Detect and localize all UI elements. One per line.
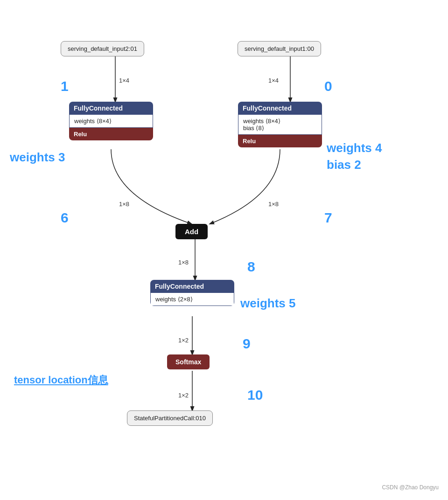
arrow-label-1x2-out: 1×2 xyxy=(178,392,189,399)
fc-left-weights: weights ⟨8×4⟩ xyxy=(74,118,148,125)
input-node-right: serving_default_input1:00 xyxy=(238,41,321,56)
annotation-bias2: bias 2 xyxy=(327,158,361,172)
arrow-label-1x4-left: 1×4 xyxy=(119,77,129,84)
softmax-label: Softmax xyxy=(175,358,201,366)
input-node-left-label: serving_default_input2:01 xyxy=(68,45,137,52)
fc-right-bias: bias ⟨8⟩ xyxy=(243,125,317,132)
fc-right-weights-val: ⟨8×4⟩ xyxy=(266,118,280,125)
annotation-num10: 10 xyxy=(247,387,263,403)
fc-bottom-header: FullyConnected xyxy=(150,280,234,293)
fc-node-left: FullyConnected weights ⟨8×4⟩ Relu xyxy=(69,102,153,140)
arrow-label-1x2-softmax: 1×2 xyxy=(178,337,189,344)
arrow-label-1x8-left: 1×8 xyxy=(119,201,129,208)
annotation-weights4: weights 4 xyxy=(327,141,382,155)
fc-left-weights-label: weights xyxy=(74,118,95,125)
input-node-left: serving_default_input2:01 xyxy=(61,41,144,56)
fc-right-body: weights ⟨8×4⟩ bias ⟨8⟩ xyxy=(238,115,322,135)
annotation-tensor-location: tensor location信息 xyxy=(14,373,108,387)
fc-right-bias-label: bias xyxy=(243,125,254,132)
fc-node-right: FullyConnected weights ⟨8×4⟩ bias ⟨8⟩ Re… xyxy=(238,102,322,147)
fc-bottom-weights: weights ⟨2×8⟩ xyxy=(155,296,229,303)
annotation-num0: 0 xyxy=(324,78,332,94)
arrows-svg xyxy=(0,0,448,500)
fc-bottom-weights-val: ⟨2×8⟩ xyxy=(178,296,193,303)
fc-left-footer: Relu xyxy=(69,128,153,140)
fc-right-weights-label: weights xyxy=(243,118,264,125)
fc-node-bottom: FullyConnected weights ⟨2×8⟩ xyxy=(150,280,234,306)
watermark: CSDN @Zhao Dongyu xyxy=(382,484,439,491)
fc-left-weights-val: ⟨8×4⟩ xyxy=(97,118,112,125)
arrow-label-1x8-right: 1×8 xyxy=(268,201,279,208)
annotation-num9: 9 xyxy=(243,336,251,352)
fc-right-footer: Relu xyxy=(238,135,322,147)
annotation-num7: 7 xyxy=(324,210,332,226)
add-node: Add xyxy=(175,224,208,239)
output-label: StatefulPartitionedCall:010 xyxy=(134,415,206,422)
annotation-weights3: weights 3 xyxy=(10,150,65,165)
fc-right-bias-val: ⟨8⟩ xyxy=(256,125,264,132)
arrow-label-1x8-bottom: 1×8 xyxy=(178,259,189,266)
fc-right-weights: weights ⟨8×4⟩ xyxy=(243,118,317,125)
softmax-node: Softmax xyxy=(167,354,210,369)
input-node-right-label: serving_default_input1:00 xyxy=(245,45,314,52)
fc-bottom-body: weights ⟨2×8⟩ xyxy=(150,293,234,306)
annotation-num1: 1 xyxy=(61,78,69,94)
annotation-num6: 6 xyxy=(61,210,69,226)
annotation-num8: 8 xyxy=(247,259,255,275)
fc-right-header: FullyConnected xyxy=(238,102,322,115)
add-label: Add xyxy=(185,228,198,236)
output-node: StatefulPartitionedCall:010 xyxy=(127,410,213,426)
fc-left-header: FullyConnected xyxy=(69,102,153,115)
annotation-weights5: weights 5 xyxy=(240,296,295,311)
fc-bottom-weights-label: weights xyxy=(155,296,176,303)
arrow-label-1x4-right: 1×4 xyxy=(268,77,279,84)
fc-left-body: weights ⟨8×4⟩ xyxy=(69,115,153,128)
diagram-container: serving_default_input2:01 serving_defaul… xyxy=(0,0,448,500)
